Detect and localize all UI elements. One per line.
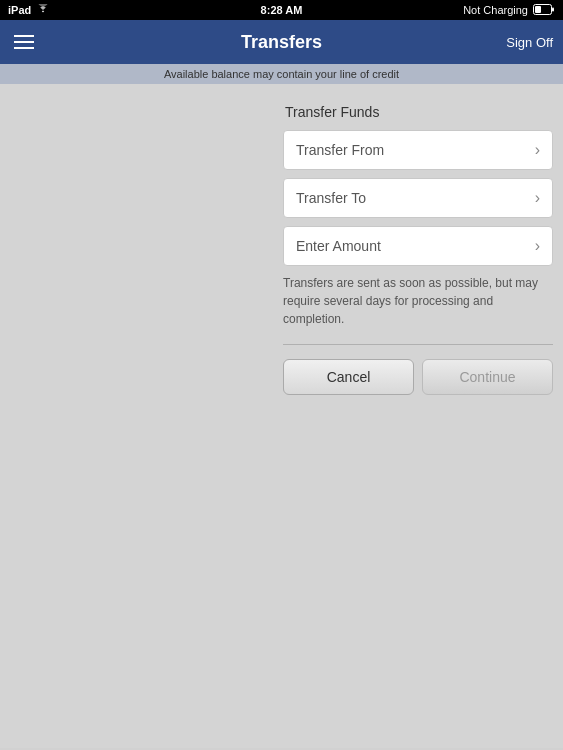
sub-header-text: Available balance may contain your line … <box>164 68 399 80</box>
transfer-panel: Transfer Funds Transfer From › Transfer … <box>283 104 553 748</box>
charging-label: Not Charging <box>463 4 528 16</box>
carrier-label: iPad <box>8 4 31 16</box>
continue-button[interactable]: Continue <box>422 359 553 395</box>
transfer-to-field[interactable]: Transfer To › <box>283 178 553 218</box>
battery-icon <box>533 4 555 17</box>
divider <box>283 344 553 345</box>
sub-header-banner: Available balance may contain your line … <box>0 64 563 84</box>
enter-amount-field[interactable]: Enter Amount › <box>283 226 553 266</box>
action-buttons: Cancel Continue <box>283 359 553 395</box>
menu-line <box>14 41 34 43</box>
menu-line <box>14 35 34 37</box>
main-content: Transfer Funds Transfer From › Transfer … <box>0 84 563 748</box>
status-bar: iPad 8:28 AM Not Charging <box>0 0 563 20</box>
page-title: Transfers <box>241 32 322 53</box>
transfer-from-label: Transfer From <box>296 142 384 158</box>
status-time: 8:28 AM <box>261 4 303 16</box>
wifi-icon <box>36 4 50 16</box>
status-right: Not Charging <box>463 4 555 17</box>
transfer-from-field[interactable]: Transfer From › <box>283 130 553 170</box>
sign-off-button[interactable]: Sign Off <box>506 35 553 50</box>
section-title: Transfer Funds <box>283 104 553 120</box>
cancel-button[interactable]: Cancel <box>283 359 414 395</box>
menu-button[interactable] <box>10 31 38 53</box>
chevron-right-icon: › <box>535 141 540 159</box>
enter-amount-label: Enter Amount <box>296 238 381 254</box>
svg-rect-1 <box>535 6 541 13</box>
chevron-right-icon: › <box>535 237 540 255</box>
status-left: iPad <box>8 4 50 16</box>
transfer-to-label: Transfer To <box>296 190 366 206</box>
nav-bar: Transfers Sign Off <box>0 20 563 64</box>
svg-rect-2 <box>552 7 554 11</box>
chevron-right-icon: › <box>535 189 540 207</box>
info-text: Transfers are sent as soon as possible, … <box>283 274 553 328</box>
menu-line <box>14 47 34 49</box>
